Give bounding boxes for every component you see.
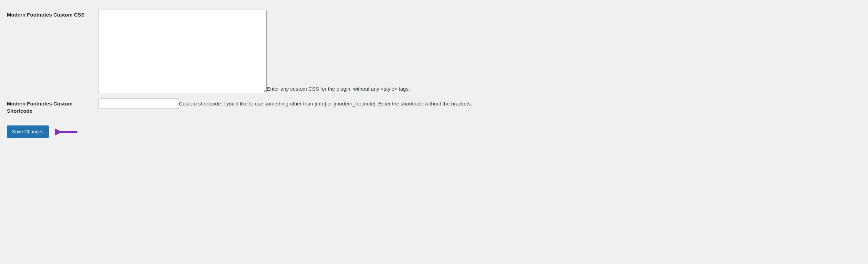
custom-shortcode-label: Modern Footnotes Custom Shortcode bbox=[7, 101, 73, 114]
arrow-annotation-icon bbox=[55, 128, 79, 136]
custom-shortcode-cell: Custom shortcode if you'd like to use so… bbox=[95, 96, 861, 119]
setting-row-custom-css: Modern Footnotes Custom CSS Enter any cu… bbox=[7, 7, 861, 96]
custom-shortcode-input[interactable] bbox=[98, 99, 179, 109]
custom-css-description: Enter any custom CSS for the plugin, wit… bbox=[267, 86, 410, 92]
custom-shortcode-description: Custom shortcode if you'd like to use so… bbox=[179, 101, 472, 106]
submit-row: Save Changes bbox=[7, 119, 861, 138]
custom-css-textarea[interactable] bbox=[98, 10, 267, 93]
setting-row-custom-shortcode: Modern Footnotes Custom Shortcode Custom… bbox=[7, 96, 861, 119]
settings-table: Modern Footnotes Custom CSS Enter any cu… bbox=[7, 7, 861, 119]
custom-css-cell: Enter any custom CSS for the plugin, wit… bbox=[95, 7, 861, 96]
save-button[interactable]: Save Changes bbox=[7, 125, 49, 138]
custom-css-label: Modern Footnotes Custom CSS bbox=[7, 12, 85, 18]
